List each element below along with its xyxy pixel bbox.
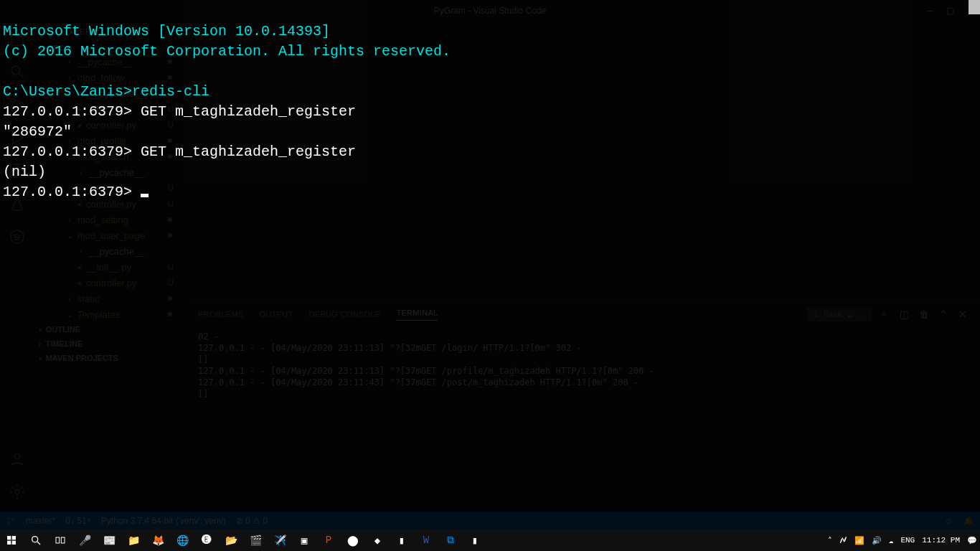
tab-output[interactable]: OUTPUT	[260, 310, 293, 319]
folder-item[interactable]: ›static	[44, 291, 185, 306]
svg-rect-19	[61, 537, 65, 543]
chevron-down-icon: ⌄	[66, 311, 73, 319]
wifi-icon[interactable]: 📶	[854, 536, 864, 545]
microphone-icon[interactable]: 🎤	[76, 532, 93, 549]
terminal-tabbar: PROBLEMS OUTPUT DEBUG CONSOLE TERMINAL 1…	[185, 302, 980, 326]
account-icon[interactable]	[9, 451, 26, 468]
svg-rect-15	[7, 541, 11, 545]
file-item[interactable]: ●controller.pyU	[44, 275, 185, 291]
svg-point-8	[14, 453, 20, 459]
chevron-right-icon: ›	[66, 295, 73, 303]
volume-icon[interactable]: 🔊	[872, 536, 882, 545]
tab-debug-console[interactable]: DEBUG CONSOLE	[309, 310, 381, 319]
app-icon[interactable]: 📰	[100, 532, 118, 549]
action-center-icon[interactable]: 💬	[967, 536, 977, 545]
vscode-statusbar: master* 0↓ 51↑ Python 3.7.4 64-bit ('ven…	[0, 512, 980, 529]
powerpoint-icon[interactable]: P	[320, 532, 337, 549]
redis-prompt: 127.0.0.1:6379>	[3, 184, 141, 200]
file-explorer-icon[interactable]: 📁	[125, 532, 142, 549]
git-branch-icon[interactable]	[6, 516, 16, 527]
tree-item-label: controller.py	[86, 278, 136, 288]
steam-icon[interactable]: ⬤	[344, 532, 362, 549]
new-terminal-icon[interactable]: ＋	[879, 308, 889, 321]
search-icon[interactable]	[27, 532, 44, 549]
notifications-icon[interactable]: 🔔	[963, 516, 974, 526]
tree-item-label: mod_user_page	[77, 230, 145, 241]
spotify-icon[interactable]	[9, 228, 26, 245]
folder-app-icon[interactable]: 📂	[222, 532, 240, 549]
maven-panel[interactable]: ›MAVEN PROJECTS	[34, 351, 185, 365]
tree-item-label: mod_setting	[77, 215, 128, 225]
vscode-terminal-panel: PROBLEMS OUTPUT DEBUG CONSOLE TERMINAL 1…	[185, 301, 980, 512]
folder-item[interactable]: ⌄mod_user_page	[44, 227, 185, 243]
start-icon[interactable]	[3, 532, 20, 549]
redis-prompt: 127.0.0.1:6379>	[3, 103, 141, 120]
outline-label: OUTLINE	[46, 325, 80, 334]
tab-problems[interactable]: PROBLEMS	[198, 310, 244, 319]
svg-point-9	[15, 490, 19, 494]
sync-status[interactable]: 0↓ 51↑	[65, 516, 90, 526]
svg-point-7	[11, 230, 24, 243]
gear-icon[interactable]	[9, 484, 26, 501]
python-interpreter[interactable]: Python 3.7.4 64-bit ('venv': venv)	[101, 516, 226, 526]
chevron-down-icon: ⌄	[66, 232, 73, 240]
tree-item-label: __pycache__	[89, 246, 144, 257]
firefox-icon[interactable]: 🦊	[149, 532, 166, 549]
app-icon-2[interactable]: ◆	[369, 532, 386, 549]
feedback-icon[interactable]: ☺	[945, 516, 953, 526]
folder-item[interactable]: ›mod_setting	[44, 212, 185, 227]
cmd-prompt-path: C:\Users\Zanis>	[3, 83, 132, 100]
tab-terminal[interactable]: TERMINAL	[396, 309, 438, 321]
chevron-right-icon: ›	[66, 216, 73, 224]
terminal-select[interactable]: 1: flask	[807, 307, 872, 321]
trash-icon[interactable]: 🗑	[919, 309, 929, 320]
powershell-icon[interactable]: ▣	[296, 532, 313, 549]
redis-prompt: 127.0.0.1:6379>	[3, 143, 141, 160]
git-untracked-badge: U	[168, 278, 174, 287]
git-modified-dot-icon	[168, 233, 172, 237]
timeline-label: TIMELINE	[46, 339, 83, 348]
python-file-icon: ●	[77, 263, 82, 271]
chevron-right-icon: ›	[39, 354, 42, 362]
cmd-window[interactable]: Microsoft Windows [Version 10.0.14393] (…	[0, 0, 974, 204]
cmd-typed-command: redis-cli	[132, 83, 209, 100]
edge-icon[interactable]: 🅔	[198, 532, 215, 549]
problems-count[interactable]: ⊘ 0 ⚠ 0	[236, 516, 268, 526]
svg-rect-18	[56, 537, 60, 543]
folder-item[interactable]: ›__pycache__	[44, 243, 185, 259]
tray-chevron-up-icon[interactable]: ˄	[828, 536, 832, 545]
taskbar-clock[interactable]: 11:12 PM	[922, 536, 960, 545]
python-file-icon: ●	[77, 279, 82, 287]
chevron-right-icon: ›	[39, 325, 42, 334]
git-branch-label[interactable]: master*	[26, 516, 55, 526]
chevron-up-icon[interactable]: ⌃	[939, 309, 948, 320]
onedrive-icon[interactable]: ☁	[889, 536, 894, 545]
terminal-output[interactable]: 02 - 127.0.0.1 - - [04/May/2020 23:11:13…	[185, 326, 980, 404]
redis-result-1: "286972"	[3, 123, 72, 140]
outline-panel[interactable]: ›OUTLINE	[34, 322, 185, 336]
word-icon[interactable]: W	[418, 532, 435, 549]
tree-item-label: __init__.py	[86, 262, 131, 273]
cmd-scrollbar[interactable]	[969, 0, 980, 14]
tree-item-label: static	[77, 293, 99, 304]
media-icon[interactable]: 🎬	[247, 532, 264, 549]
cursor-icon	[141, 194, 149, 197]
file-item[interactable]: ●__init__.pyU	[44, 259, 185, 275]
vscode-taskbar-icon[interactable]: ⧉	[442, 532, 459, 549]
lang-indicator[interactable]: ENG	[900, 536, 915, 545]
chevron-down-icon[interactable]: ⌄	[846, 309, 854, 320]
terminal-icon[interactable]: ▮	[393, 532, 410, 549]
git-modified-dot-icon	[168, 312, 172, 316]
battery-icon[interactable]: 🗲	[839, 536, 847, 545]
timeline-panel[interactable]: ›TIMELINE	[34, 336, 185, 351]
close-icon[interactable]: ✕	[958, 309, 967, 320]
tree-item-label: Templates	[77, 309, 120, 320]
folder-item[interactable]: ⌄Templates	[44, 306, 185, 322]
chrome-icon[interactable]: 🌐	[174, 532, 191, 549]
task-view-icon[interactable]	[52, 532, 69, 549]
svg-point-17	[32, 537, 38, 542]
maven-label: MAVEN PROJECTS	[46, 354, 118, 362]
split-terminal-icon[interactable]: ◫	[900, 309, 909, 320]
telegram-icon[interactable]: ✈️	[271, 532, 288, 549]
cmd-taskbar-icon[interactable]: ▮	[466, 532, 484, 549]
